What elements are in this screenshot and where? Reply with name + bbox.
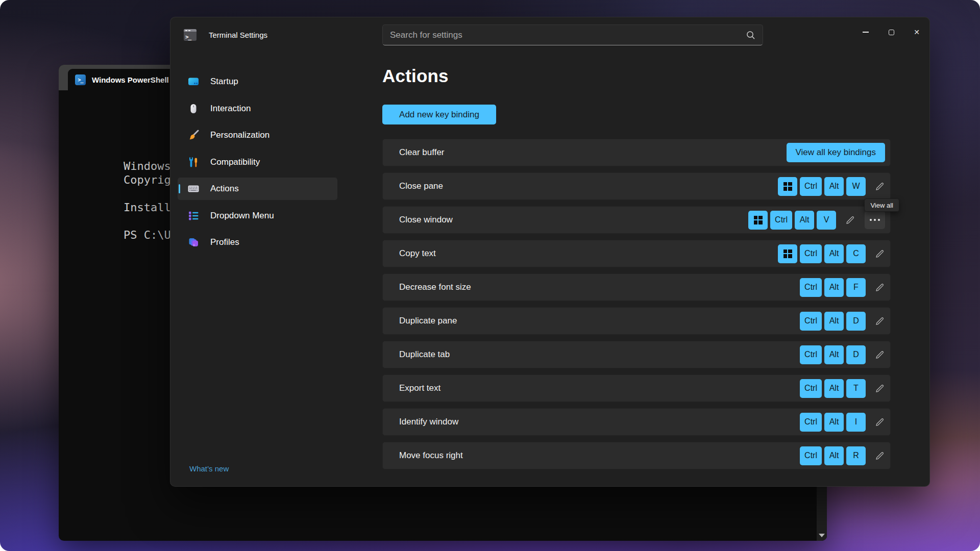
key-alt: Alt [795,211,814,230]
action-row-decrease-font-size[interactable]: Decrease font sizeCtrlAltF [382,273,891,301]
window-title: Terminal Settings [209,31,267,39]
key-i: I [846,413,866,432]
action-label: Close pane [399,181,778,191]
key-alt: Alt [824,345,844,364]
key-alt: Alt [824,446,844,465]
action-row-close-pane[interactable]: Close paneCtrlAltW [382,172,891,200]
key-t: T [846,379,866,398]
sidebar-item-label: Interaction [210,104,251,114]
edit-pencil-icon[interactable] [845,215,855,226]
action-label: Duplicate pane [399,316,800,326]
powershell-icon: >_ [75,74,86,85]
key-w: W [846,177,866,196]
selected-indicator [179,184,180,193]
close-button[interactable]: ✕ [904,22,929,42]
sidebar-item-startup[interactable]: Startup [178,70,337,93]
sidebar-item-label: Dropdown Menu [210,211,274,221]
action-row-duplicate-tab[interactable]: Duplicate tabCtrlAltD [382,341,891,368]
row-controls: CtrlAltR [800,446,885,465]
desktop-wallpaper: >_ Windows PowerShell Windows PowerShell… [0,0,980,551]
sidebar-item-interaction[interactable]: Interaction [178,97,337,120]
action-row-duplicate-pane[interactable]: Duplicate paneCtrlAltD [382,307,891,335]
search-icon [745,30,756,43]
key-alt: Alt [824,379,844,398]
key-win [748,211,768,230]
edit-pencil-icon[interactable] [874,282,885,293]
edit-pencil-icon[interactable] [874,181,885,192]
key-ctrl: Ctrl [800,177,822,196]
window-controls: ✕ [853,22,929,42]
search-box [382,24,763,45]
minimize-button[interactable] [853,22,878,42]
row-controls: CtrlAltC [778,244,885,263]
key-d: D [846,312,866,331]
search-input[interactable] [383,25,763,45]
windows-logo-icon [783,249,792,258]
key-alt: Alt [824,312,844,331]
action-row-identify-window[interactable]: Identify windowCtrlAltI [382,408,891,436]
sidebar-item-profiles[interactable]: Profiles [178,231,337,254]
sidebar-item-label: Compatibility [210,157,260,167]
row-controls: CtrlAltD [800,345,885,364]
key-alt: Alt [824,177,844,196]
sidebar-item-label: Personalization [210,130,270,140]
action-label: Export text [399,383,800,393]
key-c: C [846,244,866,263]
key-r: R [846,446,866,465]
key-ctrl: Ctrl [800,413,822,432]
key-win [778,244,797,263]
personalization-icon [188,130,199,141]
terminal-settings-window: >_ Terminal Settings ✕ StartupInteractio… [170,17,930,487]
page-title: Actions [382,66,449,86]
action-row-move-focus-right[interactable]: Move focus rightCtrlAltR [382,442,891,469]
actions-list: Clear bufferView all key bindingsClose p… [382,139,891,469]
action-label: Close window [399,215,748,225]
action-label: Clear buffer [399,147,787,158]
row-controls: CtrlAltV [748,211,885,230]
key-alt: Alt [824,413,844,432]
add-key-binding-button[interactable]: Add new key binding [382,105,496,124]
action-row-export-text[interactable]: Export textCtrlAltT [382,374,891,402]
row-controls: CtrlAltF [800,278,885,297]
edit-pencil-icon[interactable] [874,450,885,461]
compatibility-icon [188,157,199,168]
edit-pencil-icon[interactable] [874,417,885,428]
more-options-button[interactable] [865,211,885,229]
windows-logo-icon [783,182,792,191]
row-controls: CtrlAltT [800,379,885,398]
sidebar: StartupInteractionPersonalizationCompati… [178,70,337,258]
key-ctrl: Ctrl [770,211,792,230]
key-v: V [817,211,836,230]
key-ctrl: Ctrl [800,278,822,297]
scroll-down-icon[interactable] [819,534,825,537]
sidebar-item-compatibility[interactable]: Compatibility [178,151,337,173]
key-win [778,177,797,196]
edit-pencil-icon[interactable] [874,349,885,360]
whats-new-link[interactable]: What’s new [189,464,229,473]
key-alt: Alt [824,278,844,297]
action-label: Decrease font size [399,282,800,292]
edit-pencil-icon[interactable] [874,248,885,259]
action-row-clear-buffer[interactable]: Clear bufferView all key bindings [382,139,891,166]
actions-icon [188,183,199,194]
key-f: F [846,278,866,297]
edit-pencil-icon[interactable] [874,316,885,327]
maximize-button[interactable] [878,22,904,42]
startup-icon [188,76,199,87]
action-row-copy-text[interactable]: Copy textCtrlAltC [382,240,891,267]
key-ctrl: Ctrl [800,312,822,331]
sidebar-item-label: Profiles [210,237,239,247]
sidebar-item-personalization[interactable]: Personalization [178,124,337,146]
row-controls: CtrlAltI [800,413,885,432]
sidebar-item-dropdown-menu[interactable]: Dropdown Menu [178,205,337,227]
profiles-icon [188,237,199,248]
action-row-close-window[interactable]: Close windowView allCtrlAltV [382,206,891,234]
key-ctrl: Ctrl [800,446,822,465]
view-all-key-bindings-button[interactable]: View all key bindings [787,143,886,162]
view-all-tooltip: View all [864,198,899,212]
edit-pencil-icon[interactable] [874,383,885,394]
sidebar-item-actions[interactable]: Actions [178,178,337,200]
key-d: D [846,345,866,364]
key-ctrl: Ctrl [800,244,822,263]
dropdown-menu-icon [188,210,199,221]
